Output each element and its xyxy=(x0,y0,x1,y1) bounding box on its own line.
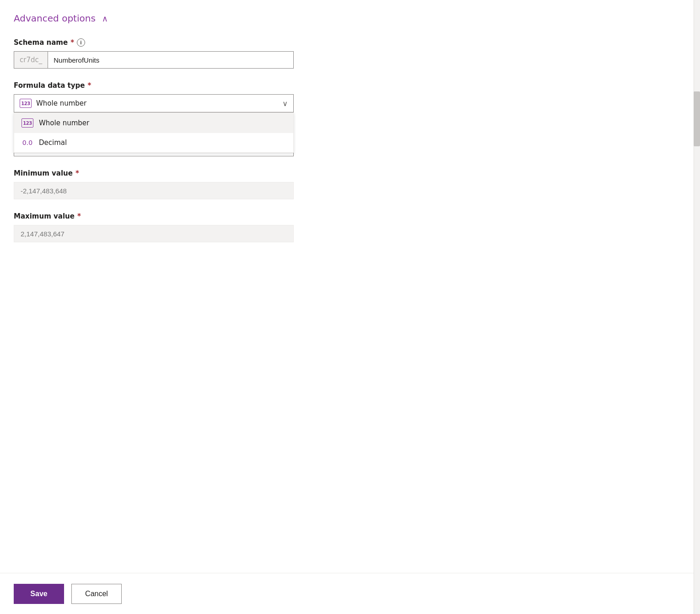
formula-data-type-label: Formula data type * xyxy=(14,81,659,90)
formula-type-icon: 123 xyxy=(20,99,32,108)
formula-type-chevron: ∨ xyxy=(282,99,288,108)
maximum-value-required: * xyxy=(77,212,81,220)
whole-number-icon: 123 xyxy=(22,118,33,128)
maximum-value-section: Maximum value * xyxy=(14,212,659,242)
decimal-icon: 0.0 xyxy=(22,139,33,146)
maximum-value-input[interactable] xyxy=(14,225,294,242)
schema-name-info-icon[interactable]: i xyxy=(77,38,85,47)
formula-type-dropdown-menu: 123 Whole number 0.0 Decimal xyxy=(14,112,294,153)
minimum-value-section: Minimum value * xyxy=(14,169,659,199)
save-button[interactable]: Save xyxy=(14,584,64,604)
schema-input-wrapper: cr7dc_ xyxy=(14,51,294,69)
cancel-button[interactable]: Cancel xyxy=(71,584,122,604)
schema-name-label: Schema name * i xyxy=(14,38,659,47)
action-bar: Save Cancel xyxy=(0,573,694,614)
formula-data-type-dropdown: 123 Whole number ∨ 123 Whole number 0.0 … xyxy=(14,94,294,112)
maximum-value-label-text: Maximum value xyxy=(14,212,75,220)
formula-data-type-section: Formula data type * 123 Whole number ∨ 1… xyxy=(14,81,659,112)
scrollbar[interactable] xyxy=(694,0,700,614)
minimum-value-required: * xyxy=(75,169,79,177)
minimum-value-label: Minimum value * xyxy=(14,169,659,177)
dropdown-option-decimal[interactable]: 0.0 Decimal xyxy=(14,133,293,152)
schema-prefix: cr7dc_ xyxy=(14,52,48,68)
decimal-label: Decimal xyxy=(39,139,67,147)
schema-name-required: * xyxy=(70,38,74,47)
minimum-value-label-text: Minimum value xyxy=(14,169,73,177)
advanced-options-header[interactable]: Advanced options ∧ xyxy=(14,13,659,24)
schema-name-section: Schema name * i cr7dc_ xyxy=(14,38,659,69)
advanced-options-label: Advanced options xyxy=(14,13,96,24)
whole-number-label: Whole number xyxy=(39,119,89,127)
schema-name-label-text: Schema name xyxy=(14,38,68,47)
formula-data-type-label-text: Formula data type xyxy=(14,81,85,90)
formula-data-type-required: * xyxy=(87,81,91,90)
formula-data-type-dropdown-button[interactable]: 123 Whole number ∨ xyxy=(14,94,294,112)
chevron-up-icon: ∧ xyxy=(102,14,108,23)
schema-name-input[interactable] xyxy=(48,52,293,68)
maximum-value-label: Maximum value * xyxy=(14,212,659,220)
minimum-value-input[interactable] xyxy=(14,182,294,199)
scrollbar-thumb[interactable] xyxy=(694,91,700,146)
dropdown-option-whole-number[interactable]: 123 Whole number xyxy=(14,113,293,133)
formula-type-selected-value: Whole number xyxy=(36,99,278,107)
